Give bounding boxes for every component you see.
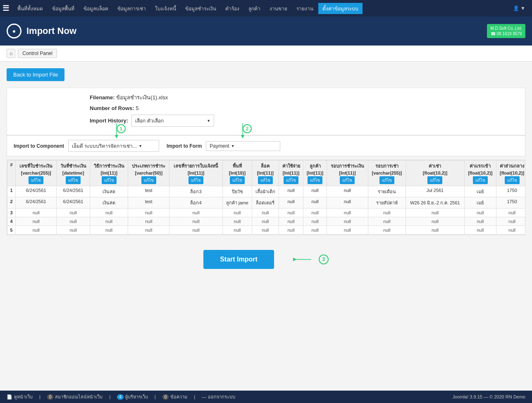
row2-col2: 6/24/2561 — [57, 197, 90, 209]
edit-col-lock-btn[interactable]: แก้ไข — [258, 176, 273, 184]
nav-item-area-data[interactable]: ข้อมูลพื้นที่ — [48, 3, 79, 14]
row3-num: 3 — [7, 209, 16, 217]
start-import-button[interactable]: Start Import — [203, 250, 274, 269]
col-invoice-header: เลขที่ใบชำระเงิน [varchar(255)] แก้ไข — [16, 161, 57, 186]
row1-col3: เงินสด — [90, 186, 128, 197]
row2-col11: รายสัปดาห์ — [368, 197, 406, 209]
table-row: 5 null null null null null null null nul… — [7, 226, 526, 235]
form-label: Import to Form — [167, 143, 202, 149]
col-lock-header: ล็อค [Int(11)] แก้ไข — [252, 161, 279, 186]
annotation-arrow-3 — [291, 253, 315, 266]
rows-label: Number of Rows: — [90, 105, 134, 111]
rows-row: Number of Rows: 5 — [90, 105, 500, 111]
site-logo[interactable]: ☰ — [2, 4, 9, 13]
edit-col-expense-btn[interactable]: แก้ไข — [284, 176, 298, 184]
edit-col-initrent-btn[interactable]: แก้ไข — [473, 176, 488, 184]
col-initrent-header: ค่าแรกเข้า [float(10,2)] แก้ไข — [464, 161, 496, 186]
row1-col5: ล็อก3 — [169, 186, 223, 197]
col-method-header: วิธีการชำระเงิน [Int(11)] แก้ไข — [90, 161, 128, 186]
edit-col-invoice-btn[interactable]: แก้ไข — [29, 176, 43, 184]
nav-item-reports[interactable]: รายงาน — [292, 3, 317, 14]
control-panel-link[interactable]: Control Panel — [18, 49, 57, 58]
row1-col1: 6/24/2561 — [16, 186, 57, 197]
breadcrumb: ⌂ Control Panel — [0, 46, 532, 62]
edit-col-date-btn[interactable]: แก้ไข — [66, 176, 81, 184]
page-title: Import Now — [26, 26, 487, 36]
nav-item-settings[interactable]: ตั้งค่าข้อมูลระบบ — [318, 3, 363, 14]
row1-col10: null — [327, 186, 368, 197]
edit-col-type-btn[interactable]: แก้ไข — [141, 176, 156, 184]
component-value: เอ็มดี ระบบบริหารจัดการเช่า... — [72, 142, 137, 150]
row1-col2: 6/24/2561 — [57, 186, 90, 197]
component-select[interactable]: เอ็มดี ระบบบริหารจัดการเช่า... ▼ — [68, 140, 159, 152]
table-row: 3 null null null null null null null nul… — [7, 209, 526, 217]
col-date-header: วันที่ชำระเงิน [datetime] แก้ไข — [57, 161, 90, 186]
edit-col-area-btn[interactable]: แก้ไข — [230, 176, 245, 184]
col-paycycle-header: รอบการชำระเงิน [Int(11)] แก้ไข — [327, 161, 368, 186]
edit-col-method-btn[interactable]: แก้ไข — [102, 176, 117, 184]
col-common-header: ค่าส่วนกลาง [float(10,2)] แก้ไข — [496, 161, 525, 186]
import-data-table: # เลขที่ใบชำระเงิน [varchar(255)] แก้ไข … — [7, 160, 525, 235]
header-icon: ● — [7, 24, 21, 38]
row2-col13: เมย์ — [464, 197, 496, 209]
row2-col14: 1750 — [496, 197, 525, 209]
col-rent-header: ค่าเช่า [float(10,2)] แก้ไข — [406, 161, 464, 186]
col-type-header: ประเภทการชำระ [varchar(50)] แก้ไข — [128, 161, 169, 186]
row1-col13: เมย์ — [464, 186, 496, 197]
nav-item-invoice[interactable]: ใบแจ้งหนี้ — [151, 3, 180, 14]
table-row: 4 null null null null null null null nul… — [7, 217, 526, 226]
row2-num: 2 — [7, 197, 16, 209]
row1-col9: null — [303, 186, 327, 197]
col-area-header: พื้นที่ [Int(10)] แก้ไข — [222, 161, 252, 186]
home-button[interactable]: ⌂ — [7, 49, 15, 58]
col-num-header: # — [7, 161, 16, 186]
row2-col4: test — [128, 197, 169, 209]
row2-col1: 6/24/2561 — [16, 197, 57, 209]
nav-item-sales[interactable]: งานขาย — [265, 3, 291, 14]
form-dropdown-arrow: ▼ — [231, 144, 235, 148]
table-row: 2 6/24/2561 6/24/2561 เงินสด test ล็อก4 … — [7, 197, 526, 209]
row2-col5: ล็อก4 — [169, 197, 223, 209]
filename-row: Filename: ข้อมูลชำระเงิน(1).xlsx — [90, 93, 500, 102]
main-content: Back to Import File Filename: ข้อมูลชำระ… — [0, 62, 532, 284]
edit-col-rent-btn[interactable]: แก้ไข — [427, 176, 442, 184]
edit-col-paycycle-btn[interactable]: แก้ไข — [340, 176, 355, 184]
row2-col10: null — [327, 197, 368, 209]
annotation-circle-3: 3 — [319, 254, 329, 264]
edit-col-rentcycle-btn[interactable]: แก้ไข — [379, 176, 394, 184]
row2-col6: ลูกค้า jame — [222, 197, 252, 209]
row4-num: 4 — [7, 217, 16, 226]
filename-label: Filename: — [90, 94, 115, 101]
row1-num: 1 — [7, 186, 16, 197]
col-rentcycle-header: รอบการเช่า [varchar(255)] แก้ไข — [368, 161, 406, 186]
nav-item-rental-data[interactable]: ข้อมูลการเช่า — [113, 3, 150, 14]
data-table-wrapper: # เลขที่ใบชำระเงิน [varchar(255)] แก้ไข … — [7, 160, 525, 235]
nav-item-all-areas[interactable]: พื้นที่ทั้งหมด — [13, 3, 47, 14]
col-expense-header: ค่าใช้จ่าย [Int(11)] แก้ไข — [279, 161, 303, 186]
edit-col-billnum-btn[interactable]: แก้ไข — [188, 176, 203, 184]
row1-col4: test — [128, 186, 169, 197]
nav-item-block-data[interactable]: ข้อมูลบล็อค — [79, 3, 112, 14]
nav-item-request[interactable]: คำร้อง — [221, 3, 243, 14]
nav-item-customer[interactable]: ลูกค้า — [244, 3, 265, 14]
back-to-import-file-button[interactable]: Back to Import File — [7, 68, 64, 81]
edit-col-common-btn[interactable]: แก้ไข — [505, 176, 520, 184]
col-customer-header: ลูกค้า [Int(11)] แก้ไข — [303, 161, 327, 186]
row1-col14: 1750 — [496, 186, 525, 197]
row1-col7: เสื้อผ้าเด็ก — [252, 186, 279, 197]
user-menu[interactable]: 👤 ▼ — [509, 4, 530, 13]
row2-col8: null — [279, 197, 303, 209]
row2-col7: ล็อตเตอรี่ — [252, 197, 279, 209]
rows-value: 5 — [136, 105, 138, 111]
filename-value: ข้อมูลชำระเงิน(1).xlsx — [116, 94, 168, 101]
edit-col-customer-btn[interactable]: แก้ไข — [308, 176, 322, 184]
row2-col3: เงินสด — [90, 197, 128, 209]
row1-col6: ปิยวัช — [222, 186, 252, 197]
form-select[interactable]: Payment ▼ — [206, 141, 280, 151]
nav-item-payment-data[interactable]: ข้อมูลชำระเงิน — [181, 3, 220, 14]
row1-col8: null — [279, 186, 303, 197]
component-dropdown-arrow: ▼ — [138, 144, 142, 148]
row2-col12: W26 26 มิ.ย.-2 ก.ค. 2561 — [406, 197, 464, 209]
row2-col9: null — [303, 197, 327, 209]
annotation-arrows — [90, 119, 296, 140]
